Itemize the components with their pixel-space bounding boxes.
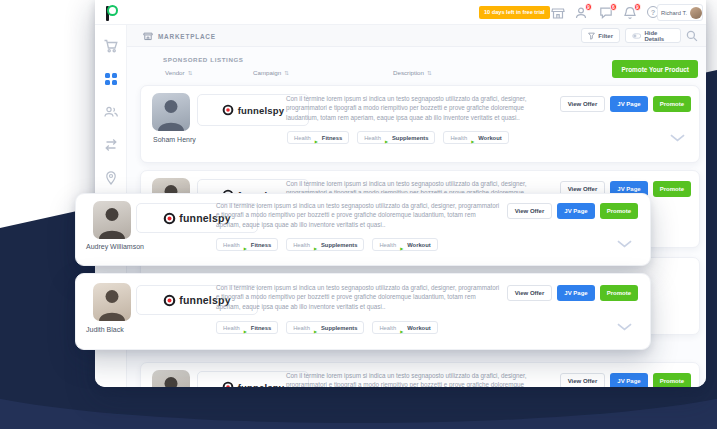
tag-arrow-icon: [315, 129, 318, 147]
vendor-avatar: [93, 201, 131, 239]
listing-card[interactable]: funnelspy Con il termine lorem ipsum si …: [140, 85, 700, 163]
section-title: SPONSORED LISTINGS: [163, 56, 244, 63]
category-tag[interactable]: HealthSupplements: [357, 131, 435, 144]
tag-arrow-icon: [314, 236, 317, 254]
category-tags: HealthFitness HealthSupplements HealthWo…: [287, 131, 509, 144]
sort-icon: [188, 69, 193, 76]
app-logo[interactable]: [104, 4, 120, 21]
tag-arrow-icon: [314, 319, 317, 337]
messages-count-badge: 6: [610, 3, 618, 11]
logo-shape: [107, 5, 118, 16]
funnelspy-eye-icon: [222, 104, 234, 116]
cart-icon[interactable]: [103, 38, 119, 54]
category-tag[interactable]: HealthSupplements: [286, 321, 364, 334]
chevron-down-icon[interactable]: [670, 134, 685, 142]
listing-description: Con il termine lorem ipsum si indica un …: [286, 94, 558, 122]
column-header-campaign[interactable]: Campaign: [253, 69, 289, 76]
category-tag[interactable]: HealthWorkout: [443, 131, 508, 144]
funnelspy-eye-icon: [163, 212, 175, 224]
chevron-down-icon[interactable]: [617, 323, 632, 331]
vendor-avatar: [152, 93, 190, 131]
vendor-name: Audrey Williamson: [86, 243, 144, 250]
toggle-icon: [632, 32, 641, 40]
chat-icon[interactable]: 6: [599, 6, 613, 20]
jv-page-button[interactable]: JV Page: [610, 373, 647, 387]
listing-description: Con il termine lorem ipsum si indica un …: [216, 283, 500, 311]
trial-badge: 10 days left in free trial: [479, 6, 550, 19]
tag-arrow-icon: [385, 129, 388, 147]
dots-menu-icon[interactable]: [705, 9, 706, 17]
pin-icon[interactable]: [103, 170, 119, 186]
listing-card-zoomed[interactable]: funnelspy Con il termine lorem ipsum si …: [75, 193, 651, 266]
chevron-down-icon[interactable]: [617, 240, 632, 248]
listing-description: Con il termine lorem ipsum si indica un …: [216, 201, 500, 229]
jv-page-button[interactable]: JV Page: [557, 285, 594, 301]
store-icon[interactable]: [551, 6, 565, 20]
tag-arrow-icon: [244, 319, 247, 337]
marketplace-apps-icon[interactable]: [103, 71, 119, 87]
category-tags: HealthFitness HealthSupplements HealthWo…: [216, 238, 438, 251]
listing-actions: View Offer JV Page Promote: [507, 203, 638, 219]
category-tag[interactable]: HealthSupplements: [286, 238, 364, 251]
promote-button[interactable]: Promote: [600, 285, 638, 301]
promote-button[interactable]: Promote: [653, 181, 691, 197]
promote-your-product-button[interactable]: Promote Your Product: [612, 60, 698, 78]
listing-card-zoomed[interactable]: funnelspy Con il termine lorem ipsum si …: [75, 273, 651, 350]
search-icon[interactable]: [686, 30, 698, 42]
page-title: MARKETPLACE: [143, 31, 216, 41]
listing-actions: View Offer JV Page Promote: [507, 285, 638, 301]
marketing-backdrop: 10 days left in free trial 9 6: [0, 0, 717, 429]
listing-description: Con il termine lorem ipsum si indica un …: [286, 371, 558, 387]
app-header: 10 days left in free trial 9 6: [95, 0, 706, 25]
users-icon[interactable]: [103, 104, 119, 120]
promote-button[interactable]: Promote: [600, 203, 638, 219]
category-tag[interactable]: HealthWorkout: [372, 238, 437, 251]
promote-button[interactable]: Promote: [653, 96, 691, 112]
tag-arrow-icon: [400, 236, 403, 254]
jv-page-button[interactable]: JV Page: [610, 96, 647, 112]
vendor-name: Judith Black: [86, 326, 124, 333]
category-tag[interactable]: HealthFitness: [216, 321, 278, 334]
hide-details-toggle[interactable]: Hide Details: [625, 28, 681, 43]
column-header-vendor[interactable]: Vendor: [165, 69, 192, 76]
view-offer-button[interactable]: View Offer: [507, 203, 553, 219]
listing-card[interactable]: funnelspy Con il termine lorem ipsum si …: [140, 362, 700, 387]
vendor-name: Soham Henry: [153, 136, 196, 143]
store-icon: [143, 31, 153, 41]
category-tag[interactable]: HealthWorkout: [372, 321, 437, 334]
view-offer-button[interactable]: View Offer: [560, 373, 606, 387]
users-count-badge: 9: [585, 3, 593, 11]
tag-arrow-icon: [244, 236, 247, 254]
filter-button[interactable]: Filter: [581, 28, 620, 43]
toolbar: MARKETPLACE Filter Hide Details: [127, 25, 706, 47]
sort-icon: [284, 69, 289, 76]
category-tag[interactable]: HealthFitness: [216, 238, 278, 251]
category-tags: HealthFitness HealthSupplements HealthWo…: [216, 321, 438, 334]
tag-arrow-icon: [400, 319, 403, 337]
listing-actions: View Offer JV Page Promote: [560, 96, 691, 112]
column-header-description[interactable]: Description: [393, 69, 432, 76]
toolbar-actions: Filter Hide Details: [581, 28, 698, 43]
filter-icon: [588, 32, 595, 40]
users-header-icon[interactable]: 9: [574, 6, 588, 20]
category-tag[interactable]: HealthFitness: [287, 131, 349, 144]
bell-icon[interactable]: 9: [623, 6, 637, 20]
view-offer-button[interactable]: View Offer: [560, 96, 606, 112]
tag-arrow-icon: [471, 129, 474, 147]
funnelspy-eye-icon: [163, 294, 175, 306]
user-menu[interactable]: Richard T.: [657, 4, 703, 21]
promote-button[interactable]: Promote: [653, 373, 691, 387]
user-name: Richard T.: [661, 10, 687, 16]
listing-actions: View Offer JV Page Promote: [560, 373, 691, 387]
vendor-avatar: [93, 283, 131, 321]
alerts-count-badge: 9: [634, 3, 642, 11]
sort-icon: [427, 69, 432, 76]
view-offer-button[interactable]: View Offer: [507, 285, 553, 301]
user-avatar: [690, 7, 702, 19]
swap-arrows-icon[interactable]: [103, 137, 119, 153]
funnelspy-eye-icon: [222, 381, 234, 387]
jv-page-button[interactable]: JV Page: [557, 203, 594, 219]
vendor-avatar: [152, 370, 190, 387]
